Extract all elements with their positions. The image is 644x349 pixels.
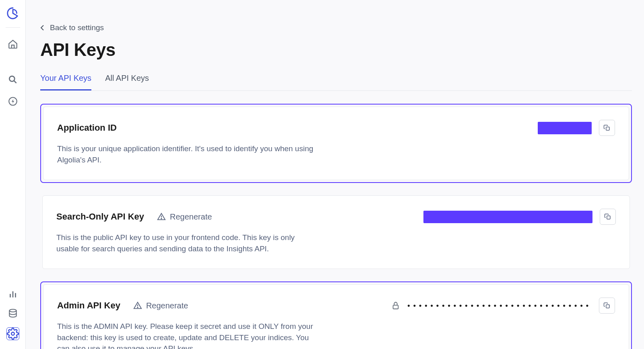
back-label: Back to settings (50, 23, 104, 32)
card-application-id: Application ID This is your unique appli… (40, 104, 632, 183)
svg-point-6 (9, 309, 16, 312)
regenerate-label: Regenerate (170, 212, 212, 222)
svg-rect-15 (606, 305, 609, 308)
card-admin-key: Admin API Key Regenerate •••••••••••••••… (40, 281, 632, 349)
application-id-desc: This is your unique application identifi… (57, 143, 319, 165)
lock-icon (391, 301, 400, 310)
page-title: API Keys (40, 40, 632, 60)
analytics-icon[interactable] (8, 289, 18, 299)
copy-admin-key-button[interactable] (599, 298, 615, 314)
back-to-settings-link[interactable]: Back to settings (40, 23, 104, 32)
sidebar (0, 0, 26, 349)
card-search-only-key: Search-Only API Key Regenerate This is t… (40, 193, 632, 271)
home-icon[interactable] (8, 39, 18, 49)
tabs: Your API Keys All API Keys (40, 74, 632, 91)
bolt-icon[interactable] (8, 96, 18, 107)
svg-point-0 (9, 76, 14, 81)
svg-rect-14 (393, 305, 398, 309)
regenerate-label: Regenerate (146, 301, 188, 310)
search-icon[interactable] (8, 74, 18, 85)
settings-icon[interactable] (6, 327, 19, 340)
admin-key-title: Admin API Key (57, 300, 120, 311)
svg-point-10 (161, 218, 161, 219)
sidebar-divider (6, 27, 20, 28)
application-id-value-redacted (538, 122, 592, 134)
search-key-value-redacted (423, 211, 592, 223)
tab-all-api-keys[interactable]: All API Keys (105, 74, 149, 90)
admin-key-masked-value: •••••••••••••••••••••••••••••••• (407, 302, 592, 309)
copy-application-id-button[interactable] (599, 120, 615, 136)
svg-line-1 (14, 81, 16, 83)
database-icon[interactable] (8, 308, 18, 318)
regenerate-search-key-button[interactable]: Regenerate (157, 212, 212, 222)
search-key-desc: This is the public API key to use in you… (56, 232, 318, 254)
svg-point-7 (11, 332, 14, 335)
svg-rect-8 (606, 127, 609, 130)
copy-search-key-button[interactable] (600, 209, 616, 225)
main-content: Back to settings API Keys Your API Keys … (26, 0, 644, 349)
regenerate-admin-key-button[interactable]: Regenerate (133, 301, 188, 310)
algolia-logo-icon[interactable] (6, 6, 20, 20)
admin-key-desc: This is the ADMIN API key. Please keep i… (57, 321, 319, 349)
svg-point-13 (137, 307, 138, 308)
application-id-title: Application ID (57, 123, 117, 133)
tab-your-api-keys[interactable]: Your API Keys (40, 74, 91, 90)
search-key-title: Search-Only API Key (56, 211, 144, 222)
svg-rect-11 (607, 216, 610, 219)
